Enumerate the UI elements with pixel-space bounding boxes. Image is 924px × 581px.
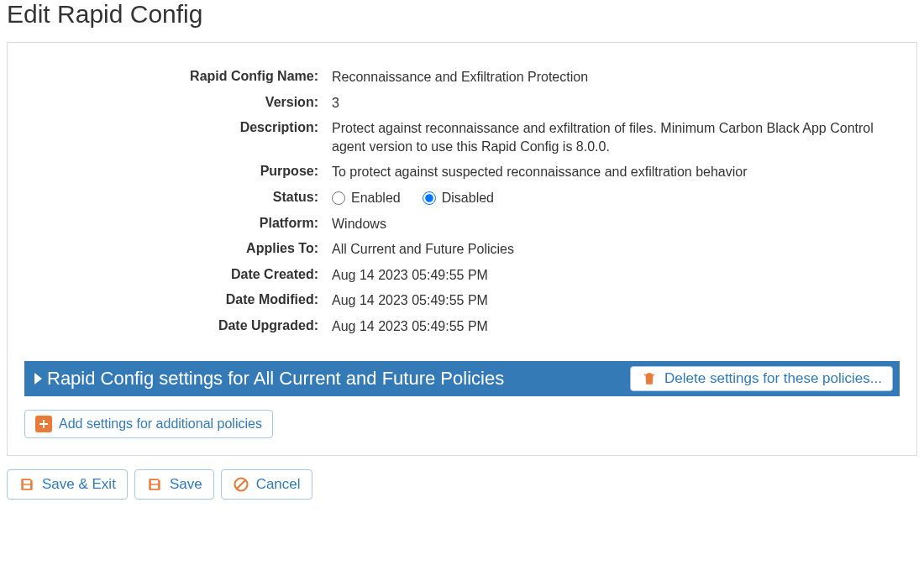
settings-bar-toggle[interactable]: Rapid Config settings for All Current an… [34,368,504,390]
label-description: Description: [24,119,318,155]
value-platform: Windows [332,215,900,233]
save-exit-button[interactable]: Save & Exit [7,469,128,500]
settings-bar: Rapid Config settings for All Current an… [24,361,900,396]
cancel-button[interactable]: Cancel [221,469,312,500]
label-status: Status: [24,189,318,207]
value-date-created: Aug 14 2023 05:49:55 PM [332,266,900,285]
page-title: Edit Rapid Config [0,0,924,35]
value-name: Reconnaissance and Exfiltration Protecti… [332,68,900,86]
label-purpose: Purpose: [24,163,318,181]
svg-line-3 [237,480,245,489]
save-button[interactable]: Save [134,469,214,500]
radio-disabled-label: Disabled [442,189,494,207]
value-date-modified: Aug 14 2023 05:49:55 PM [332,291,900,310]
radio-enabled-label: Enabled [351,189,401,207]
svg-rect-1 [155,480,157,483]
add-settings-button[interactable]: Add settings for additional policies [24,410,273,438]
trash-icon [641,370,658,387]
value-description: Protect against reconnaissance and exfil… [332,119,900,155]
delete-settings-label: Delete settings for these policies... [664,370,882,387]
value-version: 3 [332,94,900,113]
radio-enabled[interactable]: Enabled [332,189,401,207]
label-date-modified: Date Modified: [24,291,318,310]
add-settings-label: Add settings for additional policies [59,416,262,432]
radio-enabled-input[interactable] [332,191,345,205]
footer-buttons: Save & Exit Save Cancel [0,463,924,506]
radio-disabled-input[interactable] [423,191,436,205]
radio-disabled[interactable]: Disabled [423,189,494,207]
value-purpose: To protect against suspected reconnaissa… [332,163,900,181]
save-icon [146,476,163,493]
label-date-created: Date Created: [24,266,318,285]
label-name: Rapid Config Name: [24,68,318,86]
delete-settings-button[interactable]: Delete settings for these policies... [630,366,893,391]
save-label: Save [170,476,202,493]
cancel-icon [233,476,249,493]
plus-icon [35,416,52,432]
value-status: Enabled Disabled [332,189,900,207]
edit-panel: Rapid Config Name: Reconnaissance and Ex… [7,42,917,456]
label-applies-to: Applies To: [24,240,318,259]
label-version: Version: [24,94,318,113]
value-applies-to: All Current and Future Policies [332,240,900,259]
save-icon [18,476,35,493]
save-exit-label: Save & Exit [42,476,116,493]
caret-right-icon [34,373,42,385]
value-date-upgraded: Aug 14 2023 05:49:55 PM [332,317,900,336]
form-grid: Rapid Config Name: Reconnaissance and Ex… [24,68,900,336]
label-date-upgraded: Date Upgraded: [24,317,318,336]
settings-bar-title: Rapid Config settings for All Current an… [47,368,504,390]
label-platform: Platform: [24,215,318,233]
cancel-label: Cancel [256,476,301,493]
svg-rect-0 [28,480,29,483]
